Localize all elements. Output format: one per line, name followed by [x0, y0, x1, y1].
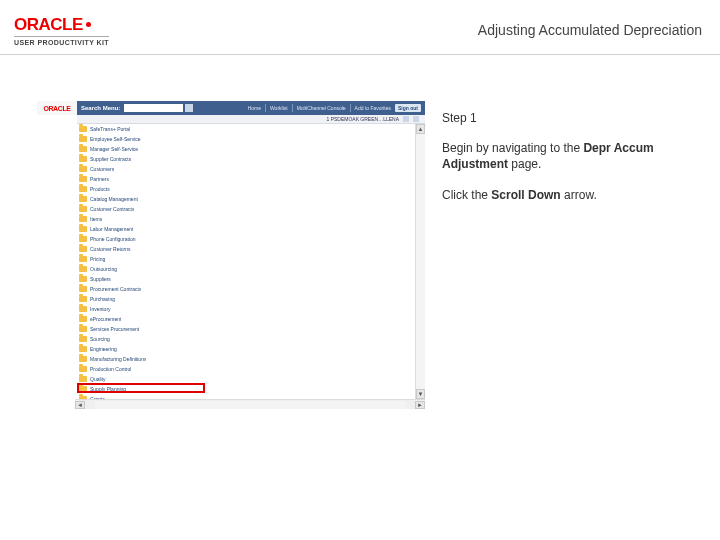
- nav-tree-label: Services Procurement: [90, 326, 139, 332]
- folder-icon: [79, 186, 87, 192]
- folder-icon: [79, 386, 87, 392]
- nav-tree-label: Phone Configuration: [90, 236, 136, 242]
- folder-icon: [79, 126, 87, 132]
- folder-icon: [79, 316, 87, 322]
- horizontal-scroll-track[interactable]: [95, 401, 405, 409]
- scroll-right-arrow-icon[interactable]: ►: [415, 401, 425, 409]
- instruction-line-1-post: page.: [508, 157, 541, 171]
- nav-tree-label: eProcurement: [90, 316, 121, 322]
- folder-icon: [79, 326, 87, 332]
- header-divider: [0, 54, 720, 55]
- folder-icon: [79, 176, 87, 182]
- vertical-scrollbar: ▲ ▼: [415, 124, 425, 399]
- folder-icon: [79, 216, 87, 222]
- brand-subtitle: USER PRODUCTIVITY KIT: [14, 36, 109, 46]
- search-input[interactable]: [124, 104, 183, 112]
- nav-tree-item[interactable]: Production Control: [77, 364, 207, 374]
- vertical-scroll-track[interactable]: [416, 134, 425, 389]
- page-title: Adjusting Accumulated Depreciation: [478, 22, 706, 38]
- nav-tree-item[interactable]: Pricing: [77, 254, 207, 264]
- nav-tree-label: Suppliers: [90, 276, 111, 282]
- screenshot-logo: ORACLE: [37, 101, 77, 115]
- nav-tree-label: Manufacturing Definitions: [90, 356, 146, 362]
- nav-tree-item[interactable]: Inventory: [77, 304, 207, 314]
- nav-tree-label: Customer Returns: [90, 246, 131, 252]
- nav-tree-item[interactable]: Manufacturing Definitions: [77, 354, 207, 364]
- nav-tree-item[interactable]: Phone Configuration: [77, 234, 207, 244]
- scroll-up-arrow-icon[interactable]: ▲: [416, 124, 425, 134]
- nav-tree-item[interactable]: Customer Returns: [77, 244, 207, 254]
- search-go-button[interactable]: [185, 104, 193, 112]
- nav-tree-item[interactable]: Customer Contracts: [77, 204, 207, 214]
- home-icon[interactable]: [403, 116, 409, 122]
- scroll-down-arrow-icon[interactable]: ▼: [416, 389, 425, 399]
- instruction-line-1: Begin by navigating to the Depr Accum Ad…: [442, 140, 698, 172]
- nav-tree-item[interactable]: Suppliers: [77, 274, 207, 284]
- nav-tree-item[interactable]: Customers: [77, 164, 207, 174]
- nav-tree-label: Procurement Contracts: [90, 286, 141, 292]
- horizontal-scrollbar: ◄ ►: [75, 399, 425, 409]
- screenshot-panel: ORACLE Search Menu: Home Worklist MultiC…: [36, 100, 426, 410]
- toolbar-add-favorites[interactable]: Add to Favorites: [355, 105, 391, 111]
- nav-tree-item[interactable]: Engineering: [77, 344, 207, 354]
- instruction-line-2-bold: Scroll Down: [491, 188, 560, 202]
- toolbar-multichannel[interactable]: MultiChannel Console: [297, 105, 346, 111]
- nav-tree-label: Sourcing: [90, 336, 110, 342]
- body: ORACLE Search Menu: Home Worklist MultiC…: [36, 100, 704, 520]
- screenshot-toolbar: Home Worklist MultiChannel Console Add t…: [235, 101, 425, 115]
- nav-tree-item[interactable]: Products: [77, 184, 207, 194]
- nav-tree-item[interactable]: Sourcing: [77, 334, 207, 344]
- nav-tree-item[interactable]: Partners: [77, 174, 207, 184]
- nav-tree-item[interactable]: SafeTrans+ Portal: [77, 124, 207, 134]
- folder-icon: [79, 276, 87, 282]
- instruction-panel: Step 1 Begin by navigating to the Depr A…: [438, 100, 704, 520]
- nav-tree-label: Production Control: [90, 366, 131, 372]
- nav-tree-item[interactable]: Purchasing: [77, 294, 207, 304]
- folder-icon: [79, 136, 87, 142]
- folder-icon: [79, 336, 87, 342]
- nav-tree-item[interactable]: Items: [77, 214, 207, 224]
- nav-tree-label: SafeTrans+ Portal: [90, 126, 130, 132]
- help-icon[interactable]: [413, 116, 419, 122]
- folder-icon: [79, 306, 87, 312]
- nav-tree-item[interactable]: Services Procurement: [77, 324, 207, 334]
- nav-tree-label: Supply Planning: [90, 386, 126, 392]
- instruction-line-2-pre: Click the: [442, 188, 491, 202]
- nav-tree-item[interactable]: Supplier Contracts: [77, 154, 207, 164]
- nav-tree-item[interactable]: Supply Planning: [77, 384, 207, 394]
- nav-tree-item[interactable]: Labor Management: [77, 224, 207, 234]
- nav-tree-item[interactable]: Manager Self-Service: [77, 144, 207, 154]
- toolbar-signout[interactable]: Sign out: [395, 104, 421, 112]
- nav-tree-label: Engineering: [90, 346, 117, 352]
- folder-icon: [79, 196, 87, 202]
- instruction-line-2: Click the Scroll Down arrow.: [442, 187, 698, 203]
- nav-tree-label: Manager Self-Service: [90, 146, 138, 152]
- nav-tree-item[interactable]: Catalog Management: [77, 194, 207, 204]
- nav-tree-label: Purchasing: [90, 296, 115, 302]
- nav-tree-label: Quality: [90, 376, 106, 382]
- search-menu-label: Search Menu:: [81, 105, 120, 111]
- nav-tree-label: Partners: [90, 176, 109, 182]
- scroll-left-arrow-icon[interactable]: ◄: [75, 401, 85, 409]
- folder-icon: [79, 236, 87, 242]
- folder-icon: [79, 246, 87, 252]
- brand-word: ORACLE: [14, 15, 83, 35]
- folder-icon: [79, 206, 87, 212]
- step-label: Step 1: [442, 110, 698, 126]
- nav-tree-label: Supplier Contracts: [90, 156, 131, 162]
- nav-tree-item[interactable]: Employee Self-Service: [77, 134, 207, 144]
- nav-tree-label: Outsourcing: [90, 266, 117, 272]
- instruction-line-1-pre: Begin by navigating to the: [442, 141, 583, 155]
- screenshot-topbar: ORACLE Search Menu: Home Worklist MultiC…: [37, 101, 425, 115]
- brand-dot-icon: [86, 22, 91, 27]
- toolbar-worklist[interactable]: Worklist: [270, 105, 288, 111]
- toolbar-home[interactable]: Home: [248, 105, 261, 111]
- nav-tree-label: Customer Contracts: [90, 206, 134, 212]
- nav-tree-item[interactable]: Quality: [77, 374, 207, 384]
- nav-tree-item[interactable]: Procurement Contracts: [77, 284, 207, 294]
- nav-tree-item[interactable]: Outsourcing: [77, 264, 207, 274]
- folder-icon: [79, 376, 87, 382]
- screenshot-subbar: 1 PSDEMOAK GREEN…LLENA: [77, 115, 425, 124]
- context-crumb: 1 PSDEMOAK GREEN…LLENA: [326, 116, 399, 122]
- nav-tree-item[interactable]: eProcurement: [77, 314, 207, 324]
